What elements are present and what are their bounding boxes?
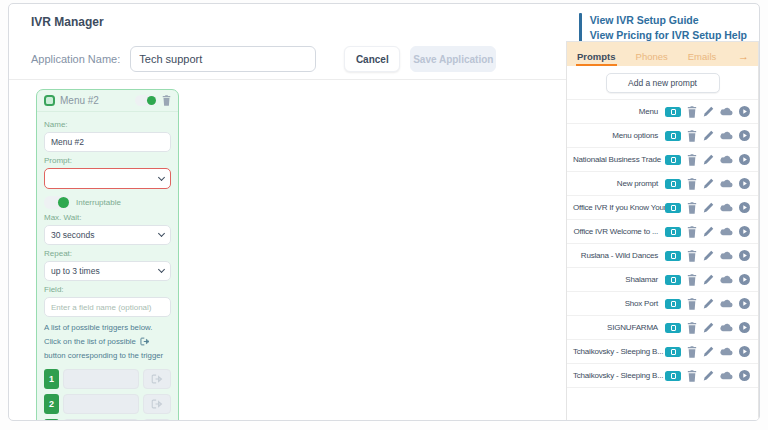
trash-icon[interactable] [687, 274, 697, 286]
repeat-select[interactable]: up to 3 times [44, 261, 171, 281]
prompt-row: Office IVR Welcome to ... [567, 220, 758, 244]
repeat-value: up to 3 times [51, 266, 100, 276]
play-icon[interactable] [739, 322, 750, 333]
field-input-wrap [44, 297, 171, 317]
cloud-icon[interactable] [720, 251, 733, 260]
trigger-value-input[interactable] [63, 394, 139, 414]
field-name-input[interactable] [51, 303, 164, 312]
trash-icon[interactable] [687, 130, 697, 142]
edit-icon[interactable] [703, 370, 714, 381]
play-icon[interactable] [739, 178, 750, 189]
menu-card-body: Name: Menu #2 Prompt: Interruptable Max.… [37, 112, 178, 421]
menu-enabled-toggle[interactable] [135, 95, 157, 106]
edit-icon[interactable] [703, 250, 714, 261]
prompt-row: Shox Port [567, 292, 758, 316]
tab-emails[interactable]: Emails [687, 46, 718, 66]
cloud-icon[interactable] [720, 107, 733, 116]
trigger-value-input[interactable] [63, 419, 139, 421]
play-icon[interactable] [739, 250, 750, 261]
trash-icon[interactable] [687, 178, 697, 190]
play-icon[interactable] [739, 130, 750, 141]
usage-badge[interactable] [665, 131, 681, 141]
trash-icon[interactable] [687, 154, 697, 166]
cloud-icon[interactable] [720, 275, 733, 284]
menu-name-field[interactable]: Menu #2 [44, 132, 171, 152]
prompt-name: SIGNUFARMA [573, 323, 665, 332]
application-name-row: Application Name: Cancel Save Applicatio… [31, 46, 496, 72]
usage-badge[interactable] [665, 179, 681, 189]
cloud-icon[interactable] [720, 299, 733, 308]
prompt-name: New prompt [573, 179, 665, 188]
usage-badge[interactable] [665, 371, 681, 381]
usage-badge[interactable] [665, 323, 681, 333]
trigger-assign-button[interactable] [143, 394, 171, 414]
play-icon[interactable] [739, 202, 750, 213]
play-icon[interactable] [739, 226, 750, 237]
tabs: PromptsPhonesEmails→ [567, 42, 758, 66]
trash-icon[interactable] [687, 370, 697, 382]
cloud-icon[interactable] [720, 131, 733, 140]
usage-badge[interactable] [665, 227, 681, 237]
usage-badge[interactable] [665, 251, 681, 261]
prompt-name: Shalamar [573, 275, 665, 284]
usage-badge[interactable] [665, 299, 681, 309]
edit-icon[interactable] [703, 226, 714, 237]
repeat-label: Repeat: [44, 249, 171, 258]
application-name-input[interactable] [130, 46, 316, 72]
usage-badge[interactable] [665, 107, 681, 117]
interruptable-toggle[interactable] [44, 196, 70, 209]
edit-icon[interactable] [703, 154, 714, 165]
usage-badge[interactable] [665, 203, 681, 213]
edit-icon[interactable] [703, 274, 714, 285]
cloud-icon[interactable] [720, 155, 733, 164]
view-setup-guide-link[interactable]: View IVR Setup Guide [590, 13, 747, 28]
trigger-row: 2 [44, 394, 171, 414]
prompts-panel: PromptsPhonesEmails→ Add a new prompt Me… [566, 41, 759, 421]
cancel-button[interactable]: Cancel [344, 46, 400, 72]
trash-icon[interactable] [687, 226, 697, 238]
cloud-icon[interactable] [720, 371, 733, 380]
edit-icon[interactable] [703, 202, 714, 213]
save-application-button[interactable]: Save Application [410, 46, 496, 72]
prompt-name: Menu [573, 107, 665, 116]
cloud-icon[interactable] [720, 323, 733, 332]
trash-icon[interactable] [687, 346, 697, 358]
play-icon[interactable] [739, 346, 750, 357]
trash-icon[interactable] [687, 322, 697, 334]
cloud-icon[interactable] [720, 203, 733, 212]
edit-icon[interactable] [703, 322, 714, 333]
trash-icon[interactable] [687, 298, 697, 310]
field-label: Field: [44, 285, 171, 294]
max-wait-select[interactable]: 30 seconds [44, 225, 171, 245]
edit-icon[interactable] [703, 130, 714, 141]
play-icon[interactable] [739, 106, 750, 117]
tabs-more-arrow[interactable]: → [738, 50, 749, 66]
trigger-assign-button[interactable] [143, 369, 171, 389]
tab-phones[interactable]: Phones [635, 46, 669, 66]
usage-badge[interactable] [665, 275, 681, 285]
usage-badge[interactable] [665, 155, 681, 165]
trigger-assign-button[interactable] [143, 419, 171, 421]
play-icon[interactable] [739, 274, 750, 285]
cloud-icon[interactable] [720, 179, 733, 188]
cloud-icon[interactable] [720, 227, 733, 236]
edit-icon[interactable] [703, 346, 714, 357]
edit-icon[interactable] [703, 298, 714, 309]
edit-icon[interactable] [703, 178, 714, 189]
trash-icon[interactable] [687, 106, 697, 118]
play-icon[interactable] [739, 154, 750, 165]
menu-delete-icon[interactable] [162, 95, 171, 106]
trigger-value-input[interactable] [63, 369, 139, 389]
play-icon[interactable] [739, 298, 750, 309]
menu-card: Menu #2 Name: Menu #2 Prompt: Interrupta… [36, 89, 179, 421]
add-new-prompt-button[interactable]: Add a new prompt [606, 73, 720, 93]
interruptable-label: Interruptable [76, 198, 121, 207]
tab-prompts[interactable]: Prompts [576, 46, 617, 66]
usage-badge[interactable] [665, 347, 681, 357]
prompt-select[interactable] [44, 168, 171, 189]
cloud-icon[interactable] [720, 347, 733, 356]
trash-icon[interactable] [687, 202, 697, 214]
play-icon[interactable] [739, 370, 750, 381]
edit-icon[interactable] [703, 106, 714, 117]
trash-icon[interactable] [687, 250, 697, 262]
